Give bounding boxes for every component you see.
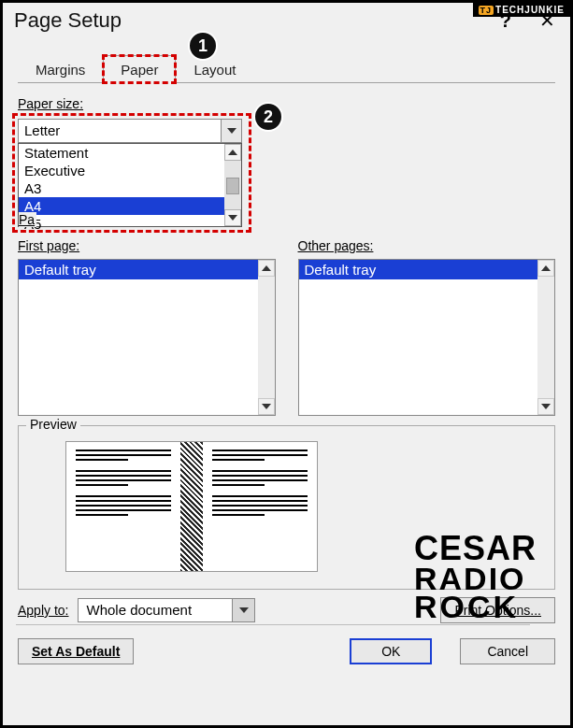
scroll-thumb[interactable] [226, 178, 239, 194]
preview-book-spine [180, 442, 203, 571]
paper-size-area: 2 Letter Statement Executive A3 A4 A5 Pa [18, 119, 555, 227]
apply-to-label: Apply to: [18, 603, 68, 618]
annotation-badge-2: 2 [253, 102, 283, 132]
annotation-badge-1: 1 [188, 31, 218, 61]
paper-size-dropdown-list[interactable]: Statement Executive A3 A4 A5 Pa [18, 143, 242, 227]
preview-group: Preview [18, 425, 555, 590]
preview-book [65, 441, 318, 572]
dropdown-scrollbar[interactable] [224, 144, 241, 226]
techjunkie-watermark: TJ TECHJUNKIE [473, 3, 570, 17]
scroll-up-icon[interactable] [224, 144, 241, 161]
other-pages-label: Other pages: [298, 238, 374, 253]
paper-size-option[interactable]: Statement [19, 144, 241, 162]
tab-strip: Margins Paper Layout 1 [18, 55, 555, 83]
paper-size-value: Letter [19, 120, 221, 142]
paper-size-option-selected[interactable]: A4 [19, 197, 241, 215]
set-as-default-button[interactable]: Set As Default [18, 638, 134, 664]
first-page-option[interactable]: Default tray [19, 260, 275, 279]
apply-to-dropdown-button[interactable] [232, 599, 254, 621]
tab-layout[interactable]: Layout [176, 55, 253, 82]
chevron-down-icon [239, 607, 249, 613]
scroll-up-icon[interactable] [258, 260, 275, 277]
page-title: Page Setup [14, 8, 122, 33]
ok-button[interactable]: OK [350, 638, 432, 664]
paper-size-label: Paper size: [18, 96, 83, 111]
tab-margins[interactable]: Margins [18, 55, 103, 82]
tj-badge: TJ [479, 6, 494, 15]
paper-size-dropdown-button[interactable] [221, 120, 241, 142]
other-pages-option[interactable]: Default tray [299, 260, 555, 279]
scroll-up-icon[interactable] [537, 260, 554, 277]
cancel-button[interactable]: Cancel [460, 638, 555, 664]
apply-to-value: Whole document [79, 599, 232, 621]
page-setup-dialog: TJ TECHJUNKIE Page Setup ? ✕ Margins Pap… [0, 0, 573, 728]
print-options-button[interactable]: Print Options... [440, 597, 555, 623]
first-page-label: First page: [18, 238, 79, 253]
preview-page-left [66, 442, 180, 571]
preview-page-right [203, 442, 317, 571]
other-pages-listbox[interactable]: Default tray [298, 259, 556, 416]
paper-source-label-fragment: Pa [19, 212, 36, 227]
paper-size-option[interactable]: A5 [19, 215, 241, 233]
chevron-down-icon [227, 128, 236, 134]
paper-size-option[interactable]: A3 [19, 179, 241, 197]
tab-paper-label: Paper [121, 62, 158, 78]
scroll-down-icon[interactable] [258, 398, 275, 415]
listbox-scrollbar[interactable] [258, 260, 275, 415]
scroll-down-icon[interactable] [224, 209, 241, 226]
paper-size-combo[interactable]: Letter [18, 119, 242, 143]
scroll-down-icon[interactable] [537, 398, 554, 415]
tj-text: TECHJUNKIE [495, 5, 565, 15]
paper-size-option[interactable]: Executive [19, 162, 241, 179]
preview-label: Preview [26, 417, 80, 432]
first-page-listbox[interactable]: Default tray [18, 259, 276, 416]
listbox-scrollbar[interactable] [537, 260, 554, 415]
tab-paper[interactable]: Paper [103, 55, 176, 83]
apply-to-combo[interactable]: Whole document [78, 598, 255, 622]
